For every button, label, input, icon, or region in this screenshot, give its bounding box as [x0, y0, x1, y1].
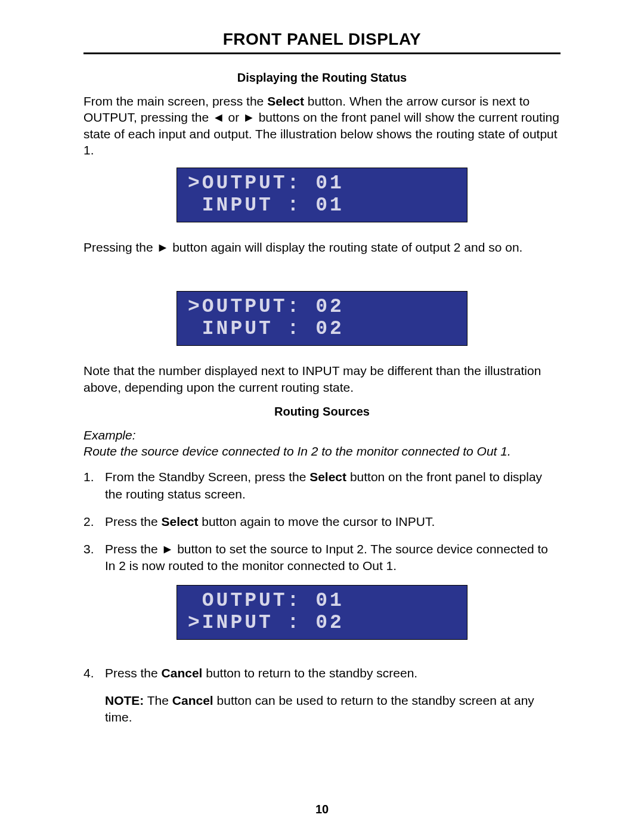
cancel-label: Cancel — [162, 666, 203, 680]
list-body: Press the ► button to set the source to … — [105, 541, 561, 574]
page-title: FRONT PANEL DISPLAY — [83, 30, 561, 54]
lcd-display-3: OUTPUT: 01 >INPUT : 02 — [177, 585, 467, 640]
text: Press the — [105, 515, 162, 528]
list-item: NOTE: The Cancel button can be used to r… — [83, 692, 561, 726]
cancel-label: Cancel — [172, 693, 213, 707]
spacer — [83, 657, 561, 665]
list-number: 4. — [83, 665, 105, 682]
lcd-display-2: >OUTPUT: 02 INPUT : 02 — [177, 291, 467, 346]
text: Press the — [105, 666, 162, 680]
list-number — [83, 692, 105, 726]
section-heading-routing-status: Displaying the Routing Status — [83, 71, 561, 85]
list-number: 2. — [83, 513, 105, 530]
example-text: Route the source device connected to In … — [83, 444, 511, 458]
list-body: From the Standby Screen, press the Selec… — [105, 469, 561, 502]
list-body: Press the Select button again to move th… — [105, 513, 561, 530]
select-label: Select — [162, 515, 199, 528]
text: button again to move the cursor to INPUT… — [198, 515, 435, 528]
list-item: 4. Press the Cancel button to return to … — [83, 665, 561, 682]
list-item: 3. Press the ► button to set the source … — [83, 541, 561, 574]
example-block: Example: Route the source device connect… — [83, 427, 561, 460]
paragraph: From the main screen, press the Select b… — [83, 93, 561, 158]
select-label: Select — [267, 94, 304, 108]
lcd-display-1: >OUTPUT: 01 INPUT : 01 — [177, 168, 467, 222]
page-number: 10 — [0, 803, 644, 816]
lcd-line: >OUTPUT: 01 — [188, 173, 467, 195]
paragraph: Note that the number displayed next to I… — [83, 363, 561, 395]
list-number: 3. — [83, 541, 105, 574]
list-body: NOTE: The Cancel button can be used to r… — [105, 692, 561, 726]
ordered-list: 1. From the Standby Screen, press the Se… — [83, 469, 561, 574]
text: From the main screen, press the — [83, 94, 267, 108]
lcd-line: OUTPUT: 01 — [188, 590, 467, 612]
note-label: NOTE: — [105, 693, 144, 707]
list-item: 2. Press the Select button again to move… — [83, 513, 561, 530]
section-heading-routing-sources: Routing Sources — [83, 405, 561, 419]
page: FRONT PANEL DISPLAY Displaying the Routi… — [0, 0, 644, 833]
list-number: 1. — [83, 469, 105, 502]
lcd-line: >INPUT : 02 — [188, 612, 467, 634]
select-label: Select — [309, 470, 346, 484]
lcd-line: INPUT : 01 — [188, 195, 467, 217]
example-label: Example: — [83, 428, 136, 442]
ordered-list-cont: 4. Press the Cancel button to return to … — [83, 665, 561, 726]
lcd-line: >OUTPUT: 02 — [188, 296, 467, 318]
text: The — [144, 693, 172, 707]
list-item: 1. From the Standby Screen, press the Se… — [83, 469, 561, 502]
list-body: Press the Cancel button to return to the… — [105, 665, 561, 682]
lcd-line: INPUT : 02 — [188, 318, 467, 340]
text: button to return to the standby screen. — [202, 666, 417, 680]
spacer — [83, 265, 561, 283]
text: From the Standby Screen, press the — [105, 470, 309, 484]
paragraph: Pressing the ► button again will display… — [83, 239, 561, 255]
